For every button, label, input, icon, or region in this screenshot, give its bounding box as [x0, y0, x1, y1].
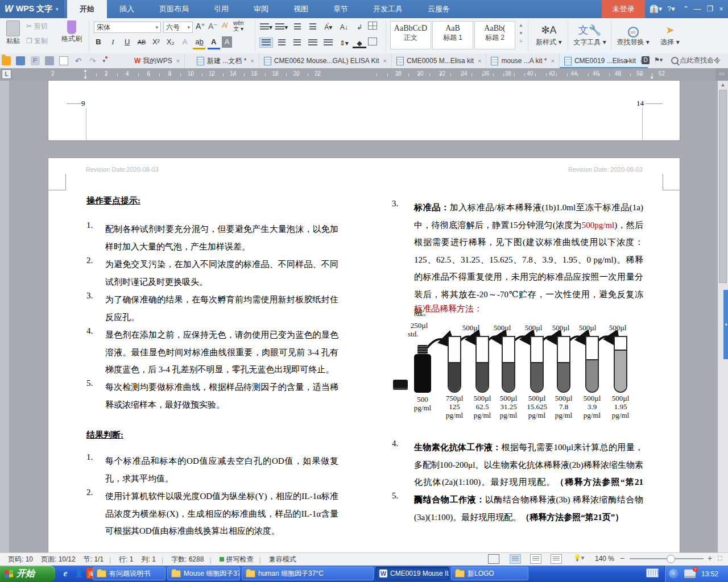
horizontal-ruler[interactable]: L 2 246810121416182022 28303234363840424…: [0, 68, 728, 81]
style-card[interactable]: AaB 标题 1: [432, 21, 473, 49]
eye-protect-icon[interactable]: 💡▾: [573, 554, 588, 564]
format-painter-button[interactable]: 格式刷: [59, 20, 84, 44]
close-button[interactable]: ×: [715, 0, 727, 18]
style-card[interactable]: AaBb( 标题 2: [474, 21, 515, 49]
zoom-in-button[interactable]: +: [708, 554, 712, 563]
fit-page-icon[interactable]: [488, 554, 499, 564]
grow-font-button[interactable]: A⁺: [196, 22, 205, 31]
superscript-button[interactable]: X²: [150, 36, 162, 48]
show-marks-button[interactable]: ↲: [353, 22, 366, 32]
strikethrough-button[interactable]: AB: [135, 36, 148, 48]
login-button[interactable]: 未登录: [602, 0, 645, 18]
scrollbar-thumb[interactable]: [719, 90, 727, 283]
taskbar-button[interactable]: W 有问题说明书: [93, 567, 166, 580]
new-tab-button[interactable]: +: [624, 56, 630, 65]
font-name-select[interactable]: 宋体▾: [94, 22, 161, 33]
redo-icon[interactable]: ↷: [88, 56, 97, 65]
style-card[interactable]: AaBbCcD 正文: [390, 21, 431, 49]
ribbon-tab[interactable]: 引用: [201, 0, 241, 18]
zoom-slider-knob[interactable]: [667, 555, 675, 563]
clock[interactable]: 13:52: [701, 570, 718, 578]
ribbon-tab[interactable]: 云服务: [415, 0, 462, 18]
undo-icon[interactable]: ↶: [74, 56, 83, 65]
app-menu-button[interactable]: W WPS 文字 ▾: [0, 0, 64, 18]
close-icon[interactable]: ×: [383, 57, 387, 64]
increase-indent-button[interactable]: [306, 22, 320, 32]
shading-button[interactable]: ◆: [353, 38, 366, 48]
cut-button[interactable]: ✂ 剪切: [26, 22, 47, 31]
text-tool-button[interactable]: 文🔧 文字工具 ▾: [572, 23, 607, 47]
ribbon-tab[interactable]: 开发工具: [361, 0, 415, 18]
align-center-button[interactable]: [275, 38, 288, 48]
close-icon[interactable]: ×: [176, 57, 180, 64]
zoom-out-button[interactable]: −: [620, 554, 624, 563]
ribbon-tab[interactable]: 章节: [321, 0, 361, 18]
document-tab[interactable]: CME0062 Mouse...GAL) ELISA Kit ×: [259, 53, 392, 68]
printer-icon[interactable]: ?: [684, 569, 696, 578]
align-right-button[interactable]: [291, 38, 304, 48]
document-tab[interactable]: CME0005 M...Elisa kit ×: [392, 53, 486, 68]
task-pane-handle[interactable]: ◂: [723, 290, 728, 359]
page-view-icon[interactable]: [510, 554, 521, 564]
underline-button[interactable]: U: [121, 36, 134, 48]
document-tab[interactable]: 新建 ...文档 * ×: [192, 53, 259, 68]
bullets-button[interactable]: ▾: [259, 22, 273, 32]
keyboard-layout-icon[interactable]: [646, 568, 659, 577]
ribbon-tab[interactable]: 开始: [67, 0, 107, 18]
open-file-icon[interactable]: [2, 56, 11, 65]
ribbon-tab[interactable]: 插入: [107, 0, 147, 18]
home-tab[interactable]: W 我的WPS×: [130, 53, 185, 68]
paste-button[interactable]: 粘贴: [3, 20, 23, 46]
save-icon[interactable]: [16, 56, 25, 65]
command-search[interactable]: 点此查找命令: [671, 56, 721, 65]
internet-explorer-icon[interactable]: e: [59, 567, 72, 580]
hanging-indent-marker[interactable]: ▲: [83, 74, 88, 80]
outline-view-icon[interactable]: [530, 554, 541, 564]
char-shading-button[interactable]: A: [222, 36, 232, 48]
sort-button[interactable]: A↓: [337, 22, 351, 32]
document-area[interactable]: 9 14 Revision Date:2020-08-03 Revision D…: [0, 81, 728, 552]
maximize-button[interactable]: ❐: [704, 0, 715, 18]
italic-button[interactable]: I: [106, 36, 119, 48]
new-style-button[interactable]: ✻A 新样式 ▾: [531, 23, 566, 47]
close-icon[interactable]: ×: [250, 57, 254, 64]
char-scale-button[interactable]: A̕▾: [321, 22, 335, 32]
bold-button[interactable]: B: [92, 36, 105, 48]
copy-button[interactable]: ❐ 复制: [26, 36, 48, 46]
print-icon[interactable]: [45, 56, 54, 65]
distribute-button[interactable]: [321, 38, 335, 48]
subscript-button[interactable]: X₂: [164, 36, 177, 48]
document-page[interactable]: Revision Date:2020-08-03 Revision Date: …: [48, 158, 680, 552]
print-preview-icon[interactable]: [59, 56, 68, 65]
document-tab[interactable]: mouse ...A kit * ×: [486, 53, 559, 68]
ribbon-tab[interactable]: 页面布局: [147, 0, 201, 18]
word-count[interactable]: 字数: 6288: [171, 555, 204, 564]
font-size-select[interactable]: 六号▾: [163, 22, 193, 33]
customize-qat-icon[interactable]: ▾: [102, 56, 108, 65]
start-button[interactable]: 开始: [0, 566, 55, 582]
right-indent-marker[interactable]: ▲: [650, 74, 654, 80]
find-replace-button[interactable]: ab 查找替换 ▾: [615, 23, 651, 47]
ribbon-tab[interactable]: 审阅: [241, 0, 281, 18]
shrink-font-button[interactable]: A⁻: [208, 22, 218, 31]
taskbar-button[interactable]: W CME0019 Mouse IL...: [375, 567, 449, 580]
web-view-icon[interactable]: [551, 554, 562, 564]
tab-list-icon[interactable]: ⚑▾: [654, 56, 663, 64]
ribbon-collapse-icon[interactable]: ⌃: [679, 0, 693, 18]
messenger-icon[interactable]: 👤: [73, 567, 85, 580]
docer-icon[interactable]: D: [642, 56, 650, 64]
help-icon[interactable]: ?▾: [664, 0, 678, 18]
table-grid-icon[interactable]: [368, 22, 377, 30]
numbering-button[interactable]: ▾: [275, 22, 288, 32]
ribbon-tab[interactable]: 视图: [281, 0, 321, 18]
highlight-color-button[interactable]: ab̲: [193, 36, 205, 49]
scroll-up-arrow[interactable]: ▲: [718, 82, 728, 88]
styles-scroll[interactable]: ▲▼≡: [518, 22, 524, 45]
ruler-toggle-icon[interactable]: ▭: [715, 68, 728, 81]
decrease-indent-button[interactable]: [291, 22, 304, 32]
text-effects-button[interactable]: A: [179, 36, 191, 48]
taskbar-button[interactable]: W 新LOGO: [451, 567, 528, 580]
line-spacing-button[interactable]: ⇕▾: [337, 38, 351, 48]
fullscreen-icon[interactable]: ⛶: [718, 555, 722, 562]
first-line-indent-marker[interactable]: ▼: [83, 69, 88, 74]
